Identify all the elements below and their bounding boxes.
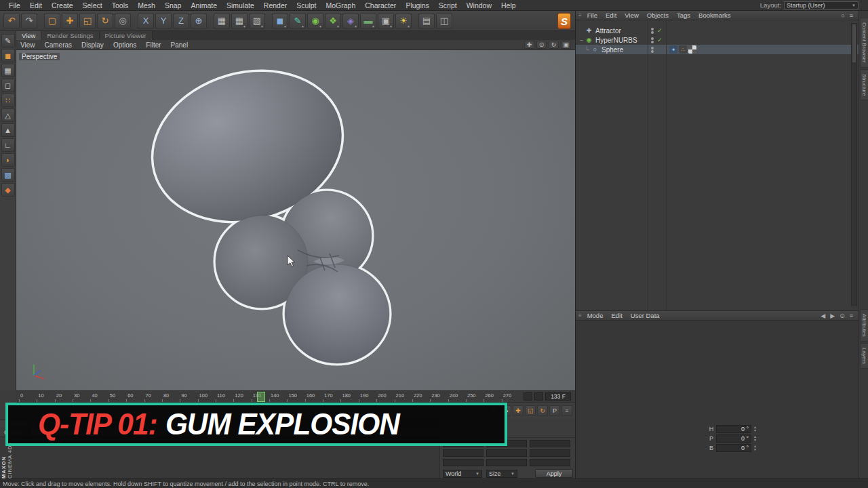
om-menu-bookmarks[interactable]: Bookmarks: [694, 12, 735, 19]
menu-mesh[interactable]: Mesh: [133, 1, 160, 9]
make-editable-tool[interactable]: ✎: [1, 34, 15, 47]
coordinate-input[interactable]: [486, 459, 527, 466]
menu-mograph[interactable]: MoGraph: [321, 1, 360, 9]
texture-mode-tool[interactable]: ▦: [1, 64, 15, 77]
record-parameter-button[interactable]: P: [549, 405, 560, 416]
viewport-canvas[interactable]: Perspective: [16, 50, 575, 390]
pan-view-icon[interactable]: ✚: [524, 41, 534, 49]
dock-tab-structure[interactable]: Structure: [860, 69, 868, 100]
viewport-menu-options[interactable]: Options: [113, 41, 136, 49]
snap-tool[interactable]: ◆: [1, 183, 15, 197]
texture-tag-icon[interactable]: [688, 45, 696, 54]
coordinate-input[interactable]: [530, 459, 570, 466]
om-menu-file[interactable]: File: [583, 12, 601, 19]
visibility-toggles[interactable]: [649, 28, 656, 34]
visibility-toggles[interactable]: [649, 37, 656, 43]
gum-blob-model[interactable]: [16, 50, 575, 390]
coordinate-input[interactable]: [443, 459, 484, 466]
texture-axis-tool[interactable]: ▩: [1, 168, 15, 182]
viewport-menu-view[interactable]: View: [20, 41, 35, 49]
viewport-tab-render-settings[interactable]: Render Settings: [41, 31, 99, 40]
viewport-solo-tool[interactable]: ◗: [1, 153, 15, 167]
last-tool-button[interactable]: ◎: [115, 13, 131, 29]
object-row-sphere[interactable]: └○Sphere✦∴: [576, 45, 859, 54]
rotate-tool-button[interactable]: ↻: [97, 13, 113, 29]
menu-help[interactable]: Help: [496, 1, 521, 9]
enable-check-icon[interactable]: ✓: [657, 37, 663, 43]
om-menu-edit[interactable]: Edit: [601, 12, 620, 19]
viewport-menu-filter[interactable]: Filter: [146, 41, 161, 49]
polygons-mode-tool[interactable]: ▲: [1, 123, 15, 137]
panel-grip-icon[interactable]: ≡: [578, 12, 582, 18]
points-mode-tool[interactable]: ∷: [1, 94, 15, 107]
coordinate-input[interactable]: [486, 449, 527, 457]
menu-edit[interactable]: Edit: [25, 1, 47, 9]
stepper[interactable]: ▲▼: [753, 435, 757, 442]
timeline-option-box[interactable]: [534, 392, 543, 401]
dock-tab-attributes[interactable]: Attributes: [860, 309, 868, 342]
render-view-button[interactable]: ▦: [214, 13, 230, 29]
search-icon[interactable]: ○: [841, 12, 844, 19]
light-button[interactable]: ☀▼: [395, 13, 412, 29]
dock-tab-layers[interactable]: Layers: [860, 343, 868, 369]
menu-character[interactable]: Character: [360, 1, 401, 9]
record-rotation-button[interactable]: ↻: [537, 405, 548, 416]
redo-button[interactable]: ↷: [21, 13, 37, 29]
object-name[interactable]: HyperNURBS: [595, 37, 637, 44]
menu-script[interactable]: Script: [434, 1, 462, 9]
field-value[interactable]: 0 °: [716, 444, 751, 452]
spline-pen-button[interactable]: ✎▼: [290, 13, 306, 29]
move-tool-button[interactable]: ✚: [62, 13, 78, 29]
layout-select[interactable]: Startup (User) ▼: [784, 1, 859, 9]
viewport-menu-panel[interactable]: Panel: [171, 41, 189, 49]
stepper[interactable]: ▲▼: [753, 445, 757, 451]
deformers-button[interactable]: ◈▼: [342, 13, 359, 29]
axis-mode-tool[interactable]: ∟: [1, 138, 15, 152]
dock-tab-content-browser[interactable]: Content Browser: [860, 18, 868, 68]
expander-icon[interactable]: −: [578, 37, 585, 43]
menu-tools[interactable]: Tools: [107, 1, 134, 9]
om-menu-view[interactable]: View: [620, 12, 642, 19]
display-mode-button[interactable]: ▤: [418, 13, 435, 29]
menu-file[interactable]: File: [4, 1, 25, 9]
subdivision-surface-button[interactable]: ◉▼: [307, 13, 323, 29]
lock-x-axis-button[interactable]: X: [138, 13, 154, 29]
menu-render[interactable]: Render: [259, 1, 292, 9]
back-icon[interactable]: ◀: [821, 312, 825, 319]
render-settings-button[interactable]: ▧▼: [249, 13, 265, 29]
camera-label[interactable]: Perspective: [19, 53, 60, 60]
maximize-view-icon[interactable]: ▣: [561, 41, 571, 49]
coordinate-input[interactable]: [530, 449, 570, 457]
scale-tool-button[interactable]: ◱: [79, 13, 96, 29]
timeline-option-box[interactable]: [524, 392, 532, 401]
render-picture-viewer-button[interactable]: ▦▼: [231, 13, 248, 29]
menu-icon[interactable]: ≡: [850, 312, 853, 319]
field-value[interactable]: 0 °: [716, 434, 751, 443]
panel-layout-button[interactable]: ◫: [436, 13, 452, 29]
coordinate-input[interactable]: [443, 449, 484, 457]
menu-icon[interactable]: ≡: [850, 12, 853, 19]
om-menu-tags[interactable]: Tags: [673, 12, 694, 19]
rotate-view-icon[interactable]: ↻: [549, 41, 559, 49]
am-menu-mode[interactable]: Mode: [583, 312, 608, 319]
current-frame-field[interactable]: 133 F: [545, 392, 571, 401]
coordinate-system-button[interactable]: ⊕: [191, 13, 207, 29]
edges-mode-tool[interactable]: △: [1, 108, 15, 122]
xpresso-tag-icon[interactable]: ✦: [669, 45, 677, 54]
am-menu-user-data[interactable]: User Data: [627, 312, 664, 319]
coord-mode-select[interactable]: Size ▼: [486, 470, 517, 478]
menu-create[interactable]: Create: [47, 1, 78, 9]
apply-button[interactable]: Apply: [535, 469, 573, 478]
field-value[interactable]: 0 °: [716, 425, 751, 433]
forward-icon[interactable]: ▶: [830, 312, 835, 319]
s-logo-badge[interactable]: S: [557, 13, 571, 29]
generators-button[interactable]: ❖▼: [325, 13, 341, 29]
lock-icon[interactable]: ⊙: [840, 312, 845, 319]
object-row-attractor[interactable]: ✚Attractor✓: [576, 26, 859, 35]
object-name[interactable]: Attractor: [595, 27, 621, 35]
object-name[interactable]: Sphere: [601, 46, 623, 54]
object-row-hypernurbs[interactable]: −◉HyperNURBS✓: [576, 35, 859, 45]
timeline-ruler[interactable]: 0102030405060708090100110120130140150160…: [19, 391, 519, 403]
current-frame-marker[interactable]: [257, 392, 265, 402]
viewport-tab-view[interactable]: View: [16, 31, 41, 40]
